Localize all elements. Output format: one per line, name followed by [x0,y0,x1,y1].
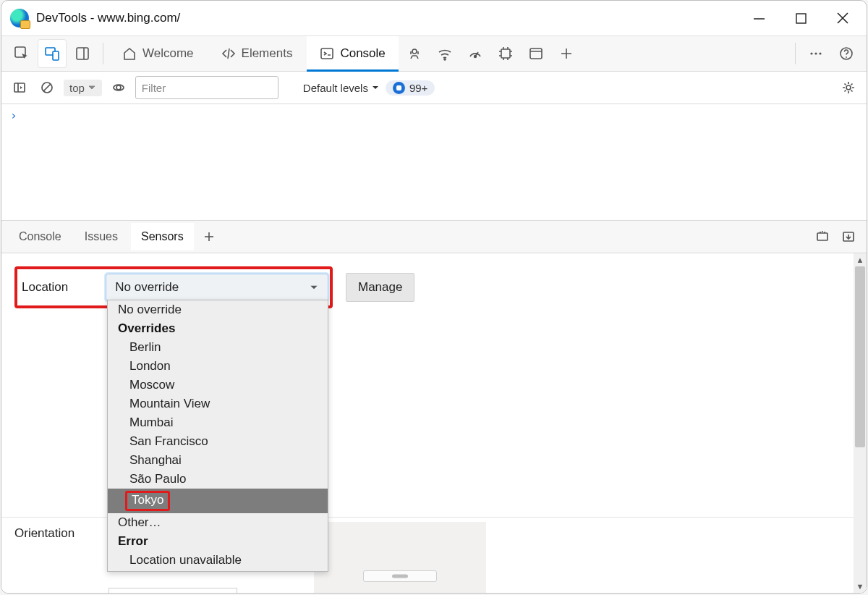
clear-console-icon[interactable] [36,77,58,98]
drawer-tab-console[interactable]: Console [9,223,72,250]
console-settings-icon[interactable] [838,77,859,98]
window-titlebar: DevTools - www.bing.com/ [1,1,867,35]
tab-welcome[interactable]: Welcome [109,36,207,71]
svg-point-21 [819,52,821,54]
tab-console-label: Console [340,46,385,61]
orientation-preview-device [363,570,437,582]
separator [795,43,796,64]
location-select[interactable]: No override [106,274,328,301]
tab-console[interactable]: Console [307,36,398,71]
loc-option-tokyo[interactable]: Tokyo [108,489,328,513]
loc-option-mumbai[interactable]: Mumbai [108,413,328,432]
svg-point-29 [846,85,851,90]
context-label: top [69,82,85,94]
svg-rect-7 [77,48,88,59]
devtools-window: DevTools - www.bing.com/ Welcome Element… [1,0,867,594]
issues-badge-icon [393,82,405,94]
vertical-scrollbar[interactable]: ▲ ▼ [854,253,867,593]
sensors-pane: Location No override Manage No override … [1,253,867,593]
loc-group-overrides: Overrides [108,319,328,338]
svg-rect-6 [53,51,59,60]
svg-point-28 [116,85,121,90]
loc-option-moscow[interactable]: Moscow [108,376,328,394]
tokyo-highlight-box: Tokyo [125,491,170,511]
svg-point-11 [444,59,446,60]
window-controls [738,1,864,35]
help-icon[interactable] [832,39,861,68]
svg-point-19 [810,52,812,54]
loc-option-other[interactable]: Other… [108,513,328,532]
drawer-dock-icon[interactable] [812,226,833,248]
gamma-row: 0 γ (gamma) [109,588,298,593]
window-title: DevTools - www.bing.com/ [36,11,180,25]
more-tools-icon[interactable] [801,39,830,68]
loc-option-sao-paulo[interactable]: São Paulo [108,470,328,489]
tab-elements-label: Elements [242,46,293,61]
tab-welcome-label: Welcome [142,46,194,61]
drawer-add-tab-icon[interactable] [197,224,221,249]
live-expression-icon[interactable] [108,77,129,98]
loc-option-unavailable[interactable]: Location unavailable [108,551,328,570]
issues-badge[interactable]: 99+ [386,80,435,96]
performance-icon[interactable] [461,39,490,68]
location-dropdown: No override Overrides Berlin London Mosc… [107,300,328,572]
device-emulation-icon[interactable] [38,39,67,68]
main-tabstrip: Welcome Elements Console [1,35,867,72]
memory-icon[interactable] [491,39,520,68]
filter-placeholder: Filter [142,82,166,94]
edge-devtools-icon [10,9,29,28]
loc-group-error: Error [108,532,328,551]
issues-count: 99+ [409,82,427,94]
log-levels-selector[interactable]: Default levels [303,82,380,94]
orientation-label: Orientation [14,522,98,541]
loc-option-no-override[interactable]: No override [108,300,328,319]
svg-point-13 [474,56,476,58]
inspect-element-icon[interactable] [7,39,36,68]
console-body[interactable]: › [1,104,867,220]
svg-rect-14 [501,49,510,58]
location-select-value: No override [115,280,179,295]
svg-rect-24 [14,83,25,92]
svg-point-23 [846,56,847,58]
svg-rect-1 [796,14,806,23]
log-levels-label: Default levels [303,82,368,94]
svg-line-27 [43,84,51,91]
maximize-button[interactable] [780,1,822,35]
context-selector[interactable]: top [64,80,102,96]
loc-option-london[interactable]: London [108,357,328,376]
console-prompt: › [10,109,17,122]
dock-side-icon[interactable] [68,39,97,68]
close-button[interactable] [822,1,864,35]
drawer-tab-sensors[interactable]: Sensors [131,223,194,250]
application-icon[interactable] [522,39,550,68]
network-icon[interactable] [430,39,459,68]
loc-option-shanghai[interactable]: Shanghai [108,451,328,470]
svg-rect-15 [530,48,542,59]
drawer-collapse-icon[interactable] [838,226,859,248]
scrollbar-up-icon[interactable]: ▲ [854,253,867,266]
tab-elements[interactable]: Elements [208,36,306,71]
gamma-input[interactable]: 0 [109,588,237,593]
toggle-sidebar-icon[interactable] [9,77,30,98]
loc-option-san-francisco[interactable]: San Francisco [108,432,328,451]
svg-point-10 [412,49,417,54]
orientation-preview[interactable] [314,522,486,593]
svg-point-20 [814,52,817,54]
location-label: Location [22,280,68,295]
drawer-tab-issues[interactable]: Issues [75,223,128,250]
manage-button[interactable]: Manage [346,273,414,302]
minimize-button[interactable] [738,1,780,35]
separator [103,43,103,64]
loc-option-mountain-view[interactable]: Mountain View [108,394,328,413]
loc-option-berlin[interactable]: Berlin [108,338,328,357]
scrollbar-thumb[interactable] [855,266,865,447]
scrollbar-down-icon[interactable]: ▼ [854,580,867,593]
add-tab-icon[interactable] [552,39,581,68]
svg-rect-32 [817,233,827,240]
console-toolbar: top Filter Default levels 99+ [1,72,867,104]
filter-input[interactable]: Filter [135,76,278,99]
sources-icon[interactable] [400,39,429,68]
drawer-tabstrip: Console Issues Sensors [1,220,867,253]
